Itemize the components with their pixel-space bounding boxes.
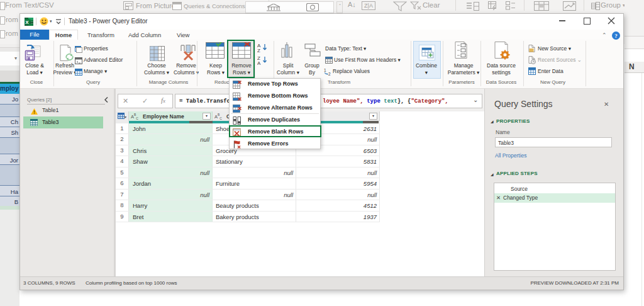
svg-text:X: X — [25, 20, 29, 25]
svg-text:Z: Z — [257, 48, 260, 52]
svg-text:?: ? — [614, 33, 618, 39]
svg-text:1: 1 — [324, 68, 326, 72]
svg-text:A: A — [257, 60, 261, 65]
svg-text:2: 2 — [328, 72, 331, 76]
